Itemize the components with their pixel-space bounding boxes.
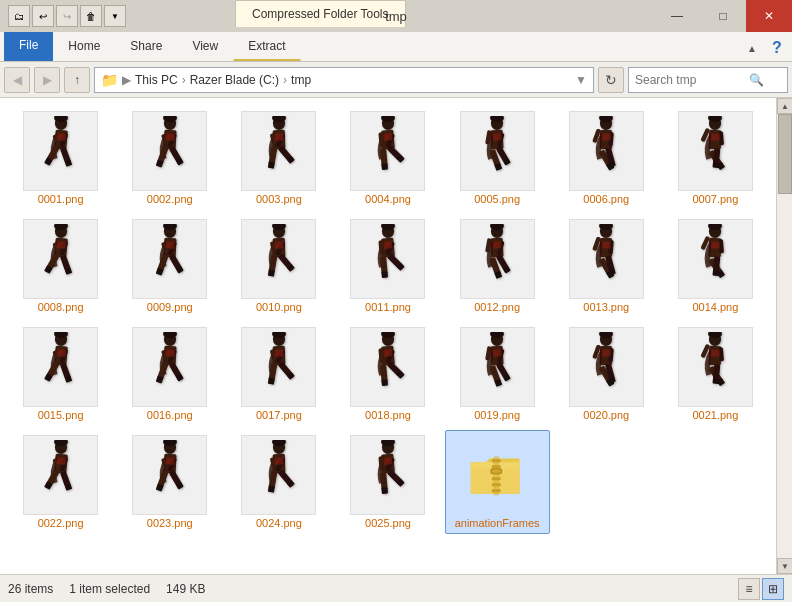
scrollbar-up-button[interactable]: ▲ xyxy=(777,98,792,114)
ribbon: File Home Share View Extract ? ▲ xyxy=(0,32,792,62)
svg-rect-99 xyxy=(274,241,283,248)
file-label: 0008.png xyxy=(38,301,84,313)
title-bar: 🗂 ↩ ↪ 🗑 ▼ Compressed Folder Tools tmp — … xyxy=(0,0,792,32)
svg-rect-109 xyxy=(383,241,392,249)
file-label: 0006.png xyxy=(583,193,629,205)
tab-share[interactable]: Share xyxy=(115,32,177,61)
file-item-0019-png[interactable]: 0019.png xyxy=(445,322,550,426)
file-item-0009-png[interactable]: 0009.png xyxy=(117,214,222,318)
file-item-0022-png[interactable]: 0022.png xyxy=(8,430,113,534)
properties-button[interactable]: 🗂 xyxy=(8,5,30,27)
scrollbar-track[interactable] xyxy=(777,114,792,558)
file-item-0013-png[interactable]: 0013.png xyxy=(554,214,659,318)
tab-file[interactable]: File xyxy=(4,32,53,61)
svg-rect-29 xyxy=(274,133,283,140)
tab-home[interactable]: Home xyxy=(53,32,115,61)
file-item-0018-png[interactable]: 0018.png xyxy=(335,322,440,426)
svg-rect-247 xyxy=(381,487,388,494)
file-item-0002-png[interactable]: 0002.png xyxy=(117,106,222,210)
file-item-0004-png[interactable]: 0004.png xyxy=(335,106,440,210)
file-item-0021-png[interactable]: 0021.png xyxy=(663,322,768,426)
qa-dropdown[interactable]: ▼ xyxy=(104,5,126,27)
file-label: 0005.png xyxy=(474,193,520,205)
close-button[interactable]: ✕ xyxy=(746,0,792,32)
svg-rect-129 xyxy=(602,242,611,249)
tab-extract[interactable]: Extract xyxy=(233,32,300,61)
file-label: 0022.png xyxy=(38,517,84,529)
search-input[interactable] xyxy=(635,73,745,87)
file-thumbnail xyxy=(23,435,98,515)
file-label: 0007.png xyxy=(692,193,738,205)
forward-button[interactable]: ▶ xyxy=(34,67,60,93)
svg-rect-167 xyxy=(268,378,275,385)
file-thumbnail xyxy=(350,111,425,191)
file-label: 0016.png xyxy=(147,409,193,421)
file-label: 0004.png xyxy=(365,193,411,205)
file-thumbnail xyxy=(241,435,316,515)
address-part-drive[interactable]: Razer Blade (C:) xyxy=(190,73,279,87)
file-label: 0002.png xyxy=(147,193,193,205)
undo-button[interactable]: ↩ xyxy=(32,5,54,27)
file-label: 0010.png xyxy=(256,301,302,313)
file-item-0012-png[interactable]: 0012.png xyxy=(445,214,550,318)
file-item-0015-png[interactable]: 0015.png xyxy=(8,322,113,426)
address-part-folder[interactable]: tmp xyxy=(291,73,311,87)
file-item-0017-png[interactable]: 0017.png xyxy=(226,322,331,426)
file-item-0016-png[interactable]: 0016.png xyxy=(117,322,222,426)
title-bar-left: 🗂 ↩ ↪ 🗑 ▼ xyxy=(8,5,126,27)
scrollbar: ▲ ▼ xyxy=(776,98,792,574)
svg-rect-27 xyxy=(268,162,275,169)
quick-access-toolbar: 🗂 ↩ ↪ 🗑 ▼ xyxy=(8,5,126,27)
scrollbar-thumb[interactable] xyxy=(778,114,792,194)
file-thumbnail xyxy=(132,219,207,299)
file-item-0011-png[interactable]: 0011.png xyxy=(335,214,440,318)
redo-button[interactable]: ↪ xyxy=(56,5,78,27)
file-item-0014-png[interactable]: 0014.png xyxy=(663,214,768,318)
file-item-0024-png[interactable]: 0024.png xyxy=(226,430,331,534)
file-item-0001-png[interactable]: 0001.png xyxy=(8,106,113,210)
address-bar[interactable]: 📁 ▶ This PC › Razer Blade (C:) › tmp ▼ xyxy=(94,67,594,93)
svg-rect-138 xyxy=(713,270,720,276)
file-thumbnail xyxy=(460,435,535,515)
ribbon-minimize-button[interactable]: ▲ xyxy=(742,33,762,63)
svg-rect-253 xyxy=(492,459,501,462)
file-thumbnail xyxy=(350,219,425,299)
svg-rect-97 xyxy=(268,270,275,277)
file-thumbnail xyxy=(678,219,753,299)
back-button[interactable]: ◀ xyxy=(4,67,30,93)
file-thumbnail xyxy=(241,219,316,299)
icon-view-button[interactable]: ⊞ xyxy=(762,578,784,600)
address-dropdown-arrow[interactable]: ▼ xyxy=(575,73,587,87)
svg-rect-179 xyxy=(383,349,392,357)
file-thumbnail xyxy=(678,327,753,407)
compressed-folder-tab[interactable]: Compressed Folder Tools xyxy=(235,0,406,27)
maximize-button[interactable]: □ xyxy=(700,0,746,32)
file-item-0020-png[interactable]: 0020.png xyxy=(554,322,659,426)
svg-rect-139 xyxy=(711,241,720,248)
file-thumbnail xyxy=(23,219,98,299)
file-item-0010-png[interactable]: 0010.png xyxy=(226,214,331,318)
tab-view[interactable]: View xyxy=(177,32,233,61)
address-part-this-pc[interactable]: This PC xyxy=(135,73,178,87)
delete-button[interactable]: 🗑 xyxy=(80,5,102,27)
minimize-button[interactable]: — xyxy=(654,0,700,32)
file-item-0003-png[interactable]: 0003.png xyxy=(226,106,331,210)
file-item-animationFrames[interactable]: animationFrames xyxy=(445,430,550,534)
status-bar: 26 items 1 item selected 149 KB ≡ ⊞ xyxy=(0,574,792,602)
ribbon-tabs: File Home Share View Extract xyxy=(0,32,792,61)
file-item-0008-png[interactable]: 0008.png xyxy=(8,214,113,318)
scrollbar-down-button[interactable]: ▼ xyxy=(777,558,792,574)
file-item-0025-png[interactable]: 0025.png xyxy=(335,430,440,534)
up-button[interactable]: ↑ xyxy=(64,67,90,93)
file-item-0005-png[interactable]: 0005.png xyxy=(445,106,550,210)
file-label: 0011.png xyxy=(365,301,411,313)
list-view-button[interactable]: ≡ xyxy=(738,578,760,600)
file-item-0007-png[interactable]: 0007.png xyxy=(663,106,768,210)
refresh-button[interactable]: ↻ xyxy=(598,67,624,93)
svg-rect-260 xyxy=(492,470,501,473)
search-box[interactable]: 🔍 xyxy=(628,67,788,93)
file-item-0023-png[interactable]: 0023.png xyxy=(117,430,222,534)
help-button[interactable]: ? xyxy=(762,33,792,63)
window-title: tmp xyxy=(385,9,407,24)
file-item-0006-png[interactable]: 0006.png xyxy=(554,106,659,210)
